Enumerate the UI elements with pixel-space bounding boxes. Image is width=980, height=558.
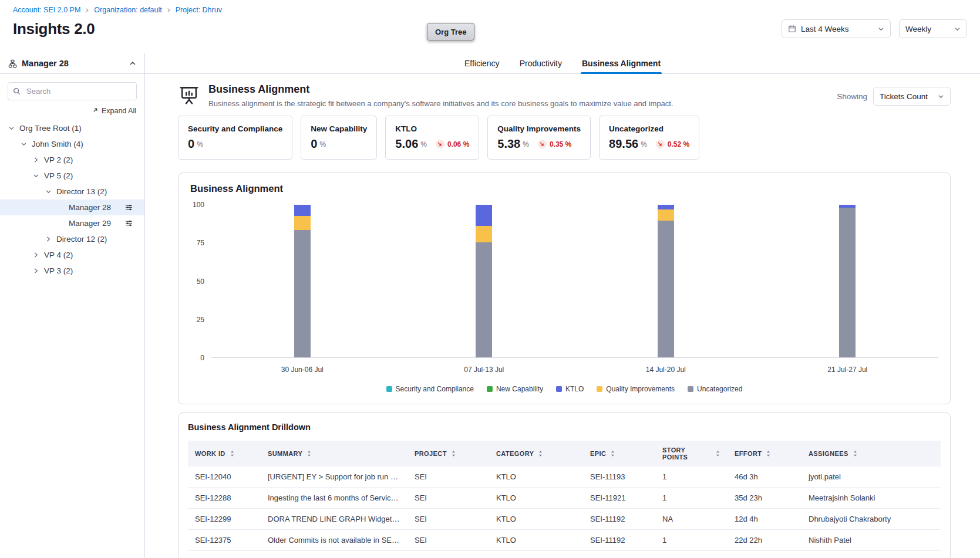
table-row[interactable]: SEI-12395EY > Verify if ingestion is wor… xyxy=(188,551,941,558)
legend-item-uncategorized[interactable]: Uncategorized xyxy=(688,385,742,393)
interval-select[interactable]: Weekly xyxy=(899,19,967,38)
tab-efficiency[interactable]: Efficiency xyxy=(463,53,501,73)
table-row[interactable]: SEI-12040[URGENT] EY > Support for job r… xyxy=(188,466,941,488)
stat-value-row: 0% xyxy=(311,137,367,151)
chevron-down-icon[interactable] xyxy=(33,173,44,179)
sort-icon[interactable] xyxy=(610,450,615,457)
main-content: Business Alignment Business alignment is… xyxy=(145,74,980,558)
legend-item-ktlo[interactable]: KTLO xyxy=(556,385,584,393)
sort-icon[interactable] xyxy=(766,450,771,457)
chart-title: Business Alignment xyxy=(190,183,938,194)
column-header-effort[interactable]: EFFORT xyxy=(728,441,801,466)
legend-label: Quality Improvements xyxy=(606,385,675,393)
tree-item-manager-28[interactable]: Manager 28 xyxy=(0,199,144,215)
chart-bar[interactable] xyxy=(839,205,856,357)
tree-item-label: Manager 28 xyxy=(69,203,111,212)
table-cell: SEI-12395 xyxy=(188,551,261,558)
chevron-right-icon[interactable] xyxy=(33,268,44,274)
chart-bar[interactable] xyxy=(476,205,492,357)
table-row[interactable]: SEI-12288Ingesting the last 6 months of … xyxy=(188,488,941,509)
chevron-down-icon[interactable] xyxy=(8,125,19,131)
tree-item-label: Org Tree Root (1) xyxy=(19,124,82,133)
date-range-select[interactable]: Last 4 Weeks xyxy=(782,19,891,38)
table-cell: 1 xyxy=(655,466,728,488)
legend-item-security-and-compliance[interactable]: Security and Compliance xyxy=(386,385,474,393)
tree-item-org-tree-root-1[interactable]: Org Tree Root (1) xyxy=(0,120,144,136)
column-header-summary[interactable]: SUMMARY xyxy=(261,441,408,466)
showing-label: Showing xyxy=(837,92,867,101)
chart-bar[interactable] xyxy=(294,205,311,357)
table-cell: Older Commits is not available in SEI - … xyxy=(261,530,408,551)
stat-value: 5.38 xyxy=(497,137,520,151)
interval-value: Weekly xyxy=(905,25,931,33)
filter-sliders-icon[interactable] xyxy=(125,204,133,211)
table-cell: KTLO xyxy=(489,530,583,551)
filter-sliders-icon[interactable] xyxy=(125,219,133,227)
column-header-epic[interactable]: EPIC xyxy=(583,441,655,466)
drilldown-title: Business Alignment Drilldown xyxy=(188,422,941,432)
column-header-assignees[interactable]: ASSIGNEES xyxy=(801,441,941,466)
tree-item-director-13-2[interactable]: Director 13 (2) xyxy=(0,184,144,199)
column-header-label: STORY POINTS xyxy=(662,447,711,461)
stat-card-uncategorized: Uncategorized89.56%0.52 % xyxy=(599,116,699,160)
table-cell: SEI xyxy=(408,488,489,509)
showing-select[interactable]: Tickets Count xyxy=(873,87,951,106)
column-header-project[interactable]: PROJECT xyxy=(408,441,489,466)
table-cell: [URGENT] EY > Support for job run par... xyxy=(261,466,408,488)
column-header-work-id[interactable]: WORK ID xyxy=(188,441,261,466)
table-cell: SEI-12299 xyxy=(188,509,261,530)
table-row[interactable]: SEI-12299DORA TREND LINE GRAPH Widgets i… xyxy=(188,509,941,530)
section-title: Business Alignment xyxy=(208,83,673,96)
table-cell: SEI xyxy=(408,551,489,558)
column-header-label: ASSIGNEES xyxy=(809,450,848,457)
tab-business-alignment[interactable]: Business Alignment xyxy=(581,53,662,73)
expand-all-button[interactable]: Expand All xyxy=(8,107,136,115)
chevron-right-icon[interactable] xyxy=(33,252,44,258)
chevron-right-icon xyxy=(166,8,171,13)
tree-item-vp-4-2[interactable]: VP 4 (2) xyxy=(0,247,144,263)
search-input[interactable] xyxy=(8,82,137,100)
tree-item-vp-5-2[interactable]: VP 5 (2) xyxy=(0,168,144,184)
column-header-story-points[interactable]: STORY POINTS xyxy=(655,441,728,466)
stat-cards-row: Security and Compliance0%New Capability0… xyxy=(178,116,951,160)
stat-card-new-capability: New Capability0% xyxy=(301,116,377,160)
stat-value-row: 89.56%0.52 % xyxy=(609,137,689,151)
y-axis-tick: 0 xyxy=(200,354,204,362)
stat-delta-value: 0.06 % xyxy=(447,140,469,148)
column-header-category[interactable]: CATEGORY xyxy=(489,441,583,466)
chart-bar[interactable] xyxy=(658,205,674,357)
breadcrumb-link[interactable]: Project: Dhruv xyxy=(176,6,222,14)
table-cell: jyoti.patel xyxy=(801,466,941,488)
chevron-down-icon[interactable] xyxy=(21,141,32,147)
drilldown-card: Business Alignment Drilldown WORK IDSUMM… xyxy=(178,412,951,558)
org-tree-button[interactable]: Org Tree xyxy=(427,23,474,40)
stat-value: 89.56 xyxy=(609,137,638,151)
breadcrumb-link[interactable]: Account: SEI 2.0 PM xyxy=(13,6,80,14)
tree-item-john-smith-4[interactable]: John Smith (4) xyxy=(0,136,144,152)
breadcrumb-link[interactable]: Organization: default xyxy=(94,6,161,14)
table-cell: Ingesting the last 6 months of ServiceN.… xyxy=(261,488,408,509)
main-panel: EfficiencyProductivityBusiness Alignment… xyxy=(145,53,980,558)
sort-icon[interactable] xyxy=(451,450,456,457)
tree-item-director-12-2[interactable]: Director 12 (2) xyxy=(0,231,144,247)
tab-productivity[interactable]: Productivity xyxy=(518,53,563,73)
table-row[interactable]: SEI-12375Older Commits is not available … xyxy=(188,530,941,551)
sort-icon[interactable] xyxy=(230,450,235,457)
bar-segment-uncategorized xyxy=(476,242,492,357)
sort-icon[interactable] xyxy=(307,450,312,457)
chevron-right-icon[interactable] xyxy=(45,236,56,242)
chevron-right-icon[interactable] xyxy=(33,157,44,163)
tree-item-manager-29[interactable]: Manager 29 xyxy=(0,215,144,231)
legend-item-new-capability[interactable]: New Capability xyxy=(487,385,543,393)
column-header-inner: CATEGORY xyxy=(496,450,576,457)
chevron-up-icon[interactable] xyxy=(129,60,136,67)
legend-item-quality-improvements[interactable]: Quality Improvements xyxy=(597,385,675,393)
sort-icon[interactable] xyxy=(538,450,543,457)
chevron-down-icon[interactable] xyxy=(45,188,56,195)
sort-icon[interactable] xyxy=(715,450,720,457)
sort-icon[interactable] xyxy=(853,450,858,457)
tree-item-vp-2-2[interactable]: VP 2 (2) xyxy=(0,152,144,168)
showing-control: Showing Tickets Count xyxy=(837,87,951,106)
tree-item-vp-3-2[interactable]: VP 3 (2) xyxy=(0,263,144,279)
chevron-down-icon xyxy=(878,26,884,32)
